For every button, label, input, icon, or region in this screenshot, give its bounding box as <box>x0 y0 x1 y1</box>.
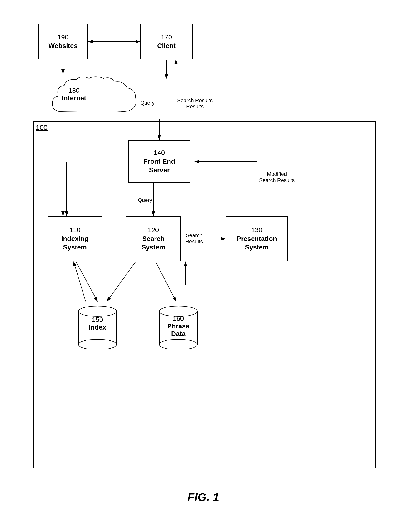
query-label-2: Query <box>138 197 152 203</box>
arrows-svg <box>19 9 388 485</box>
search-results-label-2: Search Results <box>186 232 203 245</box>
diagram: 100 190 Websites 170 Client <box>19 9 388 508</box>
svg-line-33 <box>107 262 136 301</box>
svg-line-34 <box>156 262 176 301</box>
search-results-label-1: Search Results Results <box>177 97 212 110</box>
figure-label: FIG. 1 <box>19 491 388 504</box>
svg-line-38 <box>74 262 85 301</box>
modified-search-results-label: Modified Search Results <box>259 171 295 184</box>
svg-line-32 <box>76 262 97 301</box>
query-label-1: Query <box>140 100 154 106</box>
